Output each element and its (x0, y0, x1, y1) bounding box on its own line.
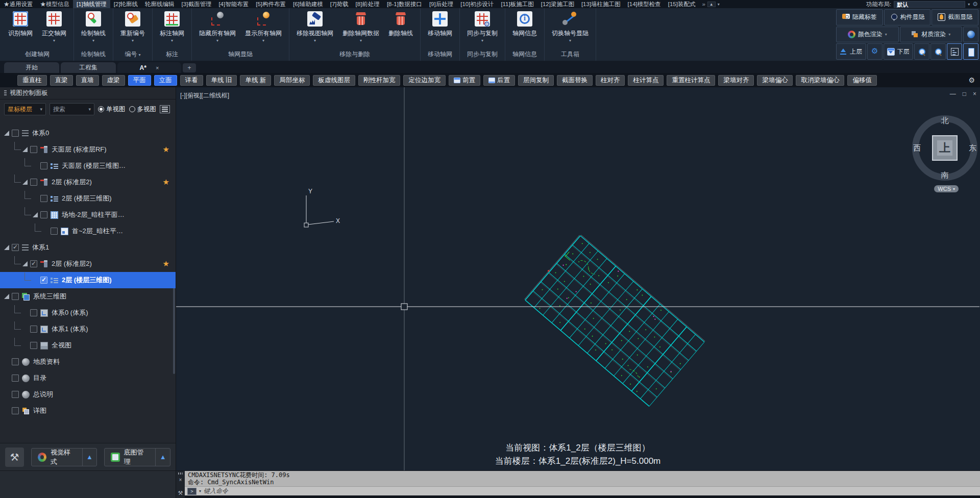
chevron-down-icon[interactable]: ▾ (968, 2, 970, 7)
tree-row[interactable]: 地质资料 (0, 354, 176, 370)
wrench-icon[interactable]: ⚒ (178, 490, 183, 496)
tree-row[interactable]: 体系1 (0, 239, 176, 256)
menu-item-19[interactable]: [15]装配式 (665, 0, 699, 9)
base-map-expand-button[interactable]: ▲ (155, 449, 170, 466)
expand-arrow-icon[interactable] (22, 147, 28, 152)
command-input-row[interactable]: > ▾ 键入命令 (185, 486, 980, 495)
toolbar-button[interactable]: 局部坐标 (274, 75, 310, 86)
visibility-checkbox[interactable] (40, 195, 47, 202)
expand-arrow-icon[interactable] (4, 294, 9, 299)
menu-item-6[interactable]: [3]截面管理 (178, 0, 215, 9)
toolbar-button[interactable]: 梁墙对齐 (718, 75, 754, 86)
tab-3[interactable]: A*× (117, 62, 181, 73)
zoom-in-button[interactable] (914, 43, 929, 60)
ribbon-button[interactable]: 删除轴网数据▾ (339, 10, 382, 44)
ribbon-button[interactable]: 移动轴网 (425, 10, 455, 39)
ribbon-button[interactable]: 标注轴网▾ (157, 10, 187, 44)
close-button[interactable]: × (973, 90, 976, 97)
section-vis-button[interactable]: 截面显隐 (932, 9, 978, 26)
menu-item-14[interactable]: [10]初步设计 (457, 0, 497, 9)
doc-panel-button[interactable] (963, 43, 978, 60)
menu-item-17[interactable]: [13]墙柱施工图 (578, 0, 624, 9)
ribbon-button[interactable]: 删除轴线 (385, 10, 416, 39)
toolbar-button[interactable]: 重置柱计算点 (667, 75, 715, 86)
toolbar-button[interactable]: 单线 旧 (206, 75, 237, 86)
ribbon-group-label[interactable]: 编号▾ (117, 48, 148, 60)
toolbar-button[interactable]: 单线 新 (240, 75, 271, 86)
visibility-checkbox[interactable] (12, 407, 19, 414)
tree-row[interactable]: 2层 (楼层三维图) (0, 272, 176, 288)
expand-arrow-icon[interactable] (4, 131, 9, 136)
tree-row[interactable]: 系统三维图 (0, 288, 176, 305)
menu-item-11[interactable]: [8]前处理 (352, 0, 383, 9)
restore-button[interactable]: □ (963, 90, 966, 97)
menu-item-12[interactable]: [8-1]数据接口 (383, 0, 426, 9)
menu-item-10[interactable]: [7]荷载 (327, 0, 352, 9)
tree-row[interactable]: 体系0 (0, 125, 176, 141)
visibility-checkbox[interactable] (30, 179, 37, 186)
toolbar-button[interactable]: 虚梁 (102, 75, 125, 86)
drag-grip-icon[interactable] (4, 90, 7, 96)
member-vis-button[interactable]: 构件显隐 (884, 9, 931, 26)
tree-panel-button[interactable] (947, 43, 962, 60)
toolbar-button[interactable]: 定位边加宽 (403, 75, 446, 86)
tree-row[interactable]: 首~2层_暗柱平… (0, 223, 176, 239)
ribbon-button[interactable]: 切换轴号显隐▾ (549, 10, 592, 44)
view-compass[interactable]: 北 南 西 东 上 (912, 115, 977, 181)
toolbar-button[interactable]: 刚性杆加宽 (358, 75, 401, 86)
wcs-selector[interactable]: WCS ▾ (934, 185, 959, 192)
menu-item-9[interactable]: [6]辅助建模 (289, 0, 327, 9)
visibility-checkbox[interactable] (30, 146, 37, 153)
menu-item-2[interactable]: ★模型信息 (37, 0, 74, 9)
multi-view-radio[interactable]: 多视图 (129, 105, 157, 114)
menu-item-1[interactable]: ★通用设置 (0, 0, 37, 9)
menu-item-3[interactable]: [1]轴线管理 (73, 0, 110, 9)
sphere-render-button[interactable] (963, 27, 978, 43)
tree-row[interactable]: 体系1 (体系) (0, 321, 176, 337)
tree-row[interactable]: 总说明 (0, 386, 176, 403)
drag-grip-icon[interactable] (178, 472, 183, 475)
visibility-checkbox[interactable] (51, 228, 58, 235)
zoom-out-button[interactable] (930, 43, 946, 60)
toolbar-button[interactable]: 柱计算点 (628, 75, 664, 86)
tools-button[interactable]: ⚒ (5, 447, 24, 467)
menu-item-16[interactable]: [12]梁施工图 (537, 0, 578, 9)
menu-item-5[interactable]: 轮廓线编辑 (141, 0, 178, 9)
ribbon-button[interactable]: 重新编号▾ (117, 10, 148, 44)
ribbon-button[interactable]: 识别轴网 (5, 10, 36, 39)
menu-overflow-icon[interactable]: » (702, 1, 705, 7)
tree-row[interactable]: 场地-2层_暗柱平面… (0, 207, 176, 223)
visibility-checkbox[interactable] (30, 260, 37, 267)
tree-row[interactable]: 天面层 (标准层RF)★ (0, 141, 176, 158)
tab-1[interactable]: 开始 (4, 62, 59, 73)
expand-arrow-icon[interactable] (33, 212, 38, 217)
ribbon-button[interactable]: 隐藏所有轴网▾ (196, 10, 239, 44)
toolbar-button[interactable]: 截面替换 (557, 75, 593, 86)
tree-row[interactable]: 天面层 (楼层三维图… (0, 158, 176, 174)
toolbar-button[interactable]: 后置 (483, 75, 515, 86)
command-input-placeholder[interactable]: 键入命令 (204, 487, 228, 495)
star-icon[interactable]: ★ (163, 259, 169, 268)
ribbon-button[interactable]: 同步与复制▾ (464, 10, 501, 44)
star-floor-filter-select[interactable]: 星标楼层 ▾ (4, 103, 46, 115)
minimize-button[interactable]: — (950, 90, 956, 97)
menu-item-8[interactable]: [5]构件布置 (252, 0, 289, 9)
menu-item-13[interactable]: [9]后处理 (426, 0, 457, 9)
chevron-down-icon[interactable]: ▾ (718, 2, 720, 7)
visibility-checkbox[interactable] (12, 375, 19, 382)
toolbar-button[interactable]: 前置 (449, 75, 480, 86)
tree-row[interactable]: 2层 (标准层2)★ (0, 256, 176, 272)
panel-collapse-icon[interactable]: ▲ (707, 2, 716, 7)
menu-item-7[interactable]: [4]智能布置 (215, 0, 252, 9)
toolbar-button[interactable]: 层间复制 (518, 75, 554, 86)
new-tab-button[interactable]: + (183, 63, 196, 72)
star-icon[interactable]: ★ (163, 145, 169, 154)
toolbar-button[interactable]: 板虚线图层 (313, 75, 355, 86)
tab-close-icon[interactable]: × (156, 65, 159, 71)
panel-menu-icon[interactable] (160, 105, 170, 113)
visual-style-expand-button[interactable]: ▲ (82, 449, 97, 466)
visibility-checkbox[interactable] (40, 277, 47, 284)
ribbon-button[interactable]: 绘制轴线▾ (78, 10, 109, 44)
close-icon[interactable]: × (179, 477, 182, 483)
tree-row[interactable]: 目录 (0, 370, 176, 386)
